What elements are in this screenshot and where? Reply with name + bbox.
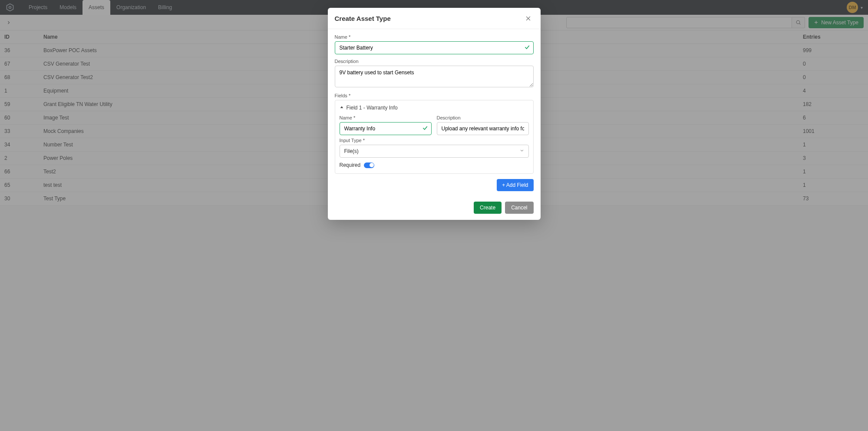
description-label: Description xyxy=(335,59,534,64)
field1-name-label: Name * xyxy=(340,115,432,120)
asset-description-input[interactable] xyxy=(335,66,534,87)
field1-required-toggle[interactable] xyxy=(364,162,374,168)
field-panel: Field 1 - Warranty Info Name * D xyxy=(335,100,534,174)
modal-close-button[interactable] xyxy=(523,13,534,23)
field1-required-label: Required xyxy=(340,162,361,168)
svg-marker-8 xyxy=(340,106,343,108)
field-panel-toggle[interactable]: Field 1 - Warranty Info xyxy=(335,100,533,115)
field1-description-input[interactable] xyxy=(437,122,529,135)
field-panel-title: Field 1 - Warranty Info xyxy=(347,105,398,111)
field1-inputtype-select[interactable]: File(s) xyxy=(340,145,529,158)
field1-desc-label: Description xyxy=(437,115,529,120)
check-icon xyxy=(524,44,530,52)
field1-name-input[interactable] xyxy=(340,122,432,135)
name-label: Name * xyxy=(335,34,534,40)
add-field-button[interactable]: + Add Field xyxy=(497,179,533,191)
field1-inputtype-label: Input Type * xyxy=(340,138,529,143)
modal-title: Create Asset Type xyxy=(335,15,391,22)
asset-name-input[interactable] xyxy=(335,41,534,54)
cancel-button[interactable]: Cancel xyxy=(505,202,533,214)
create-button[interactable]: Create xyxy=(474,202,502,214)
check-icon xyxy=(422,125,428,133)
field1-inputtype-value: File(s) xyxy=(344,148,359,154)
caret-up-icon xyxy=(340,105,344,111)
fields-label: Fields * xyxy=(335,93,534,98)
create-asset-type-modal: Create Asset Type Name * Description Fie… xyxy=(328,8,541,220)
